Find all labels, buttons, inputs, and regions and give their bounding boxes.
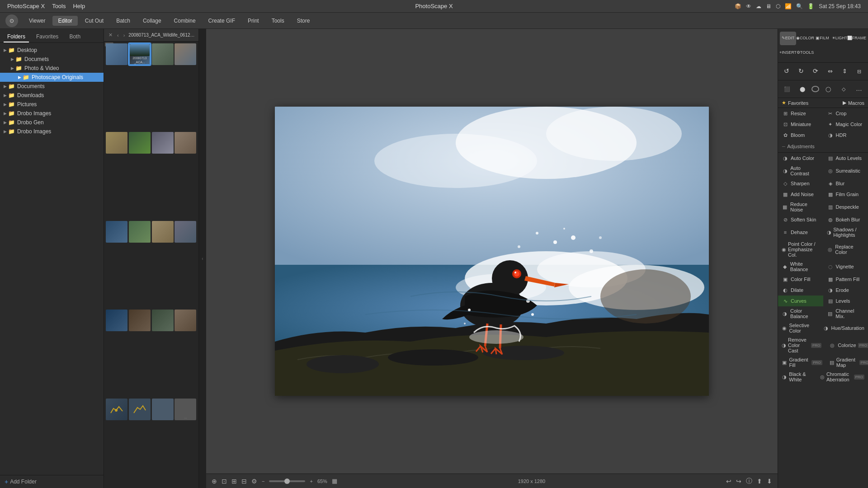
auto-levels-btn[interactable]: ▤Auto Levels xyxy=(823,153,868,164)
tree-item-pictures[interactable]: ▶ 📁 Pictures xyxy=(0,100,104,109)
viewer-home-icon[interactable]: ⊙ xyxy=(5,14,18,27)
add-noise-btn[interactable]: ▦Add Noise xyxy=(778,189,823,200)
diamond-tool[interactable]: ◇ xyxy=(836,82,851,96)
tree-item-drobo-images[interactable]: ▶ 📁 Drobo Images xyxy=(0,109,104,118)
oval-tool[interactable] xyxy=(811,86,819,92)
settings-icon[interactable]: ⚙ xyxy=(251,478,257,485)
black-white-btn[interactable]: ◑Black & White xyxy=(778,370,816,384)
tree-item-desktop[interactable]: ▶ 📁 Desktop xyxy=(0,46,104,55)
rect-tool[interactable]: ⬛ xyxy=(780,82,794,96)
thumb-1[interactable] xyxy=(106,43,127,65)
save-icon[interactable]: ⬇ xyxy=(767,478,772,485)
thumb-15[interactable] xyxy=(152,310,174,331)
tree-item-downloads[interactable]: ▶ 📁 Downloads xyxy=(0,91,104,100)
more-shapes-btn[interactable]: … xyxy=(852,82,866,96)
rt-frame-btn[interactable]: ⬜FRAME xyxy=(849,32,865,45)
tab-favorites[interactable]: Favorites xyxy=(33,32,62,42)
thumb-13[interactable] xyxy=(106,310,127,331)
favorites-btn[interactable]: ★ Favorites xyxy=(782,100,808,106)
thumb-12[interactable] xyxy=(175,221,196,243)
flip-h-btn[interactable]: ⇔ xyxy=(824,65,837,78)
thumb-4[interactable] xyxy=(175,43,196,65)
gradient-map-btn[interactable]: ▤Gradient Map PRO xyxy=(826,355,868,370)
close-path-btn[interactable]: ✕ xyxy=(108,31,113,39)
editor-btn[interactable]: Editor xyxy=(52,16,77,26)
remove-color-cast-btn[interactable]: ◑Remove Color Cast PRO xyxy=(778,335,825,355)
tree-item-documets[interactable]: ▶ 📁 Documets xyxy=(0,55,104,64)
auto-color-btn[interactable]: ◑Auto Color xyxy=(778,153,823,164)
thumb-14[interactable] xyxy=(129,310,151,331)
tree-item-photoscape-originals[interactable]: ▶ 📁 Photoscape Originals xyxy=(0,73,104,82)
color-balance-btn[interactable]: ◑Color Balance xyxy=(778,306,823,321)
vignette-btn[interactable]: ◌Vignette xyxy=(823,259,868,274)
surrealistic-btn[interactable]: ◎Surrealistic xyxy=(823,164,868,178)
cutout-btn[interactable]: Cut Out xyxy=(80,16,109,26)
grid-icon[interactable]: ▦ xyxy=(332,478,337,484)
store-btn[interactable]: Store xyxy=(292,16,316,26)
thumb-5[interactable] xyxy=(106,132,127,154)
magic-color-btn[interactable]: ✦ Magic Color xyxy=(823,119,868,130)
despeckle-btn[interactable]: ▥Despeckle xyxy=(823,200,868,214)
crop-btn[interactable]: ✂ Crop xyxy=(823,108,868,119)
curves-btn[interactable]: ∿Curves xyxy=(778,296,823,306)
rt-color-btn[interactable]: ◉COLOR xyxy=(797,32,813,45)
add-folder-btn[interactable]: + Add Folder xyxy=(0,475,104,488)
tool-icon-4[interactable]: ⊟ xyxy=(241,478,247,485)
redo-btn[interactable]: ↪ xyxy=(736,478,741,485)
dilate-btn[interactable]: ◐Dilate xyxy=(778,285,823,296)
print-btn[interactable]: Print xyxy=(242,16,264,26)
straighten-btn[interactable]: ⊟ xyxy=(853,65,866,78)
rt-light-btn[interactable]: ☀LIGHT xyxy=(831,32,848,45)
info-icon[interactable]: ⓘ xyxy=(746,477,752,485)
canvas-wrap[interactable] xyxy=(206,29,778,474)
pattern-fill-btn[interactable]: ▩Pattern Fill xyxy=(823,274,868,285)
tree-item-photovideo[interactable]: ▶ 📁 Photo & Video xyxy=(0,64,104,73)
share-icon[interactable]: ⬆ xyxy=(757,478,762,485)
thumb-11[interactable] xyxy=(152,221,174,243)
hdr-btn[interactable]: ◑ HDR xyxy=(823,130,868,141)
channel-mix-btn[interactable]: ▤Channel Mix. xyxy=(823,306,868,321)
menu-photoscapeX[interactable]: PhotoScape X xyxy=(7,3,45,9)
tool-icon-3[interactable]: ⊞ xyxy=(231,478,237,485)
thumb-8[interactable] xyxy=(175,132,196,154)
back-path-btn[interactable]: ‹ xyxy=(116,32,120,39)
collapse-handle[interactable]: ‹ xyxy=(199,29,206,488)
rt-insert-btn[interactable]: +INSERT xyxy=(780,46,796,60)
combine-btn[interactable]: Combine xyxy=(169,16,201,26)
search-icon[interactable]: 🔍 xyxy=(796,3,803,9)
thumb-7[interactable] xyxy=(152,132,174,154)
undo-btn[interactable]: ↩ xyxy=(726,478,731,485)
chromatic-aberration-btn[interactable]: ◎Chromatic Aberration PRO xyxy=(816,370,868,384)
bloom-btn[interactable]: ✿ Bloom xyxy=(778,130,823,141)
tree-item-drobo-gen[interactable]: ▶ 📁 Drobo Gen xyxy=(0,118,104,127)
zoom-slider[interactable] xyxy=(269,480,305,482)
tab-both[interactable]: Both xyxy=(66,32,84,42)
gradient-fill-btn[interactable]: ▣Gradient Fill PRO xyxy=(778,355,826,370)
auto-contrast-btn[interactable]: ◑Auto Contrast xyxy=(778,164,823,178)
rotate-cw-btn[interactable]: ↻ xyxy=(794,65,808,78)
white-balance-btn[interactable]: ◆White Balance xyxy=(778,259,823,274)
tree-item-documents[interactable]: ▶ 📁 Documents xyxy=(0,82,104,91)
viewer-btn[interactable]: Viewer xyxy=(24,16,51,26)
circle-tool[interactable]: ⬤ xyxy=(795,82,810,96)
macros-btn[interactable]: ▶ Macros xyxy=(843,100,864,106)
menu-tools[interactable]: Tools xyxy=(52,3,66,9)
zoom-minus-btn[interactable]: − xyxy=(262,479,264,484)
collage-btn[interactable]: Collage xyxy=(137,16,167,26)
selective-color-btn[interactable]: ◉Selective Color xyxy=(778,321,819,335)
film-grain-btn[interactable]: ▩Film Grain xyxy=(823,189,868,200)
shadows-highlights-btn[interactable]: ◑Shadows / Highlights xyxy=(823,225,868,239)
batch-btn[interactable]: Batch xyxy=(111,16,136,26)
tools-btn[interactable]: Tools xyxy=(266,16,290,26)
bokeh-blur-btn[interactable]: ◍Bokeh Blur xyxy=(823,214,868,225)
thumb-3[interactable] xyxy=(152,43,174,65)
tab-folders[interactable]: Folders xyxy=(4,32,29,42)
flip-v-btn[interactable]: ⇕ xyxy=(838,65,852,78)
rt-edit-btn[interactable]: ✎EDIT xyxy=(780,32,796,45)
thumb-19[interactable] xyxy=(152,399,174,420)
dehaze-btn[interactable]: ≡Dehaze xyxy=(778,225,823,239)
point-color-btn[interactable]: ◉Point Color / Emphasize Col. xyxy=(778,239,823,259)
thumb-2[interactable]: 20080713_ACA... xyxy=(129,43,151,65)
thumb-17[interactable] xyxy=(106,399,127,420)
color-fill-btn[interactable]: ▣Color Fill xyxy=(778,274,823,285)
